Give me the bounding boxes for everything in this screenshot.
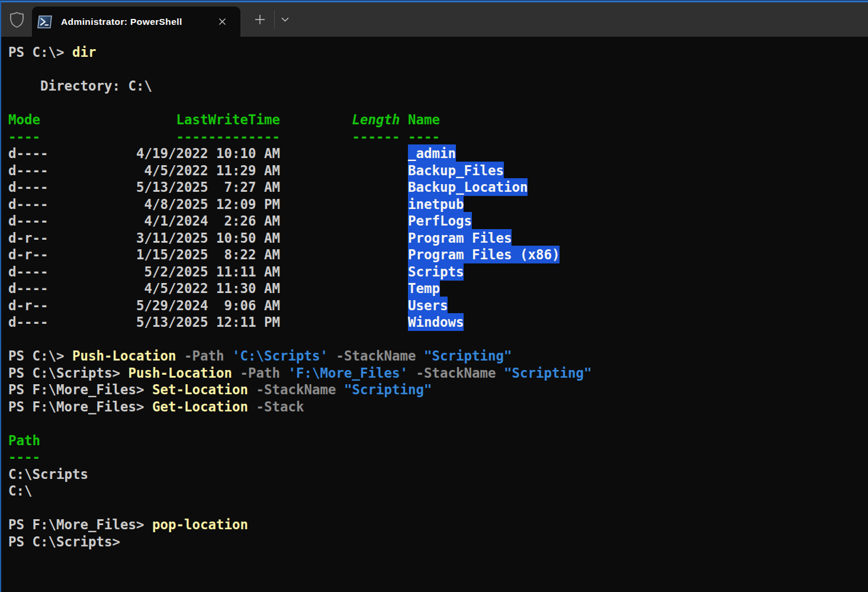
terminal-line: PS F:\More_Files> Get-Location -Stack: [8, 398, 868, 416]
terminal-line: PS F:\More_Files> Set-Location -StackNam…: [8, 381, 868, 398]
terminal-line: [8, 415, 868, 432]
tab-close-button[interactable]: [213, 13, 231, 31]
terminal-line: [8, 61, 868, 78]
tab-title: Administrator: PowerShell: [61, 17, 213, 27]
terminal-line: d---- 5/13/2025 12:11 PM Windows: [8, 314, 868, 331]
terminal-line: d---- 5/13/2025 7:27 AM Backup_Location: [8, 179, 868, 196]
titlebar-separator: [274, 10, 275, 29]
terminal-line: PS C:\> dir: [8, 44, 868, 61]
terminal-line: ---- ------------- ------ ----: [8, 128, 868, 146]
terminal-window: Administrator: PowerShell PS C:\> dir Di…: [0, 1, 868, 592]
terminal-output: PS C:\> dir Directory: C:\Mode LastWrite…: [8, 44, 868, 550]
terminal-line: d---- 5/2/2025 11:11 AM Scripts: [8, 263, 868, 281]
terminal-line: d-r-- 1/15/2025 8:22 AM Program Files (x…: [8, 246, 868, 263]
new-tab-button[interactable]: [250, 9, 270, 30]
plus-icon: [255, 14, 265, 25]
powershell-icon: [37, 15, 52, 28]
close-icon: [218, 18, 226, 25]
terminal-line: d---- 4/5/2022 11:30 AM Temp: [8, 280, 868, 297]
terminal-line: d-r-- 3/11/2025 10:50 AM Program Files: [8, 230, 868, 247]
admin-shield-icon: [1, 2, 32, 37]
terminal-line: Mode LastWriteTime Length Name: [8, 111, 868, 128]
terminal-line: PS C:\> Push-Location -Path 'C:\Scripts'…: [8, 348, 868, 365]
terminal-line: d---- 4/1/2024 2:26 AM PerfLogs: [8, 213, 868, 230]
terminal-line: d-r-- 5/29/2024 9:06 AM Users: [8, 297, 868, 314]
terminal-line: d---- 4/19/2022 10:10 AM _admin: [8, 145, 868, 162]
terminal-content[interactable]: PS C:\> dir Directory: C:\Mode LastWrite…: [1, 37, 868, 550]
terminal-line: PS F:\More_Files> pop-location: [8, 516, 868, 533]
terminal-line: [8, 500, 868, 517]
terminal-line: [8, 95, 868, 112]
terminal-line: Directory: C:\: [8, 78, 868, 95]
terminal-line: ----: [8, 449, 868, 466]
terminal-line: Path: [8, 432, 868, 449]
titlebar: Administrator: PowerShell: [1, 2, 868, 37]
tab-dropdown-button[interactable]: [276, 9, 294, 30]
terminal-line: C:\Scripts: [8, 466, 868, 483]
tab-administrator-powershell[interactable]: Administrator: PowerShell: [32, 7, 240, 37]
chevron-down-icon: [281, 17, 289, 22]
terminal-line: C:\: [8, 482, 868, 500]
terminal-line: d---- 4/5/2022 11:29 AM Backup_Files: [8, 162, 868, 179]
terminal-line: [8, 331, 868, 348]
terminal-line: PS C:\Scripts> Push-Location -Path 'F:\M…: [8, 365, 868, 382]
terminal-line: d---- 4/8/2025 12:09 PM inetpub: [8, 196, 868, 213]
terminal-line: PS C:\Scripts>: [8, 533, 868, 551]
